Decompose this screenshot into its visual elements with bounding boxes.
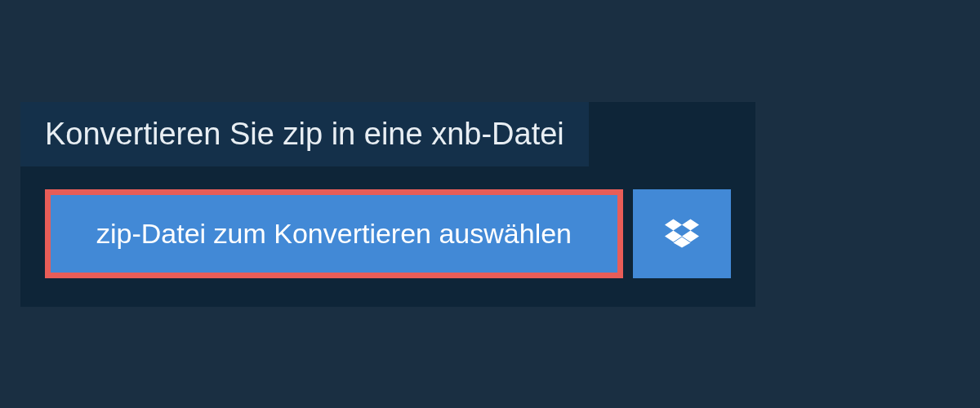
dropbox-icon [665,216,699,251]
converter-panel: Konvertieren Sie zip in eine xnb-Datei z… [20,102,755,307]
title-row: Konvertieren Sie zip in eine xnb-Datei [20,102,755,166]
dropbox-button[interactable] [633,189,731,278]
select-file-button[interactable]: zip-Datei zum Konvertieren auswählen [45,189,623,278]
page-title: Konvertieren Sie zip in eine xnb-Datei [20,102,589,166]
button-row: zip-Datei zum Konvertieren auswählen [20,166,755,278]
